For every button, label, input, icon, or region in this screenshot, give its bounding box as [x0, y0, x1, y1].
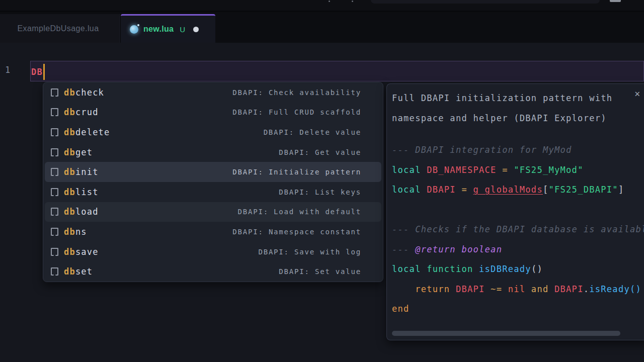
docs-code-line: local function isDBReady() — [392, 259, 644, 280]
docs-code-line — [392, 128, 644, 140]
docs-code-line: local DB_NAMESPACE = "FS25_MyMod" — [392, 160, 644, 180]
suggest-item-label: dbload — [64, 207, 99, 217]
suggest-item-dbns[interactable]: dbnsDBAPI: Namespace constant — [45, 222, 381, 242]
suggest-item-label: dbcrud — [64, 107, 99, 117]
suggest-item-description: DBAPI: Full CRUD scaffold — [232, 108, 361, 116]
suggest-item-label: dbinit — [64, 167, 99, 177]
suggest-item-dbget[interactable]: dbgetDBAPI: Get value — [45, 142, 381, 162]
docs-code-line: end — [392, 299, 644, 319]
snippet-icon — [51, 267, 58, 276]
lua-moon-icon — [130, 25, 138, 34]
suggest-item-label: dbdelete — [64, 127, 110, 137]
suggest-list: dbcheckDBAPI: Check availabilitydbcrudDB… — [43, 82, 383, 282]
docs-code-line: local DBAPI = g_globalMods["FS25_DBAPI"] — [392, 180, 644, 200]
suggest-item-description: DBAPI: Namespace constant — [232, 228, 361, 236]
suggest-item-label: dbcheck — [64, 87, 104, 98]
suggest-item-dbcrud[interactable]: dbcrudDBAPI: Full CRUD scaffold — [45, 103, 381, 123]
suggest-item-description: DBAPI: Delete value — [264, 128, 361, 136]
close-icon[interactable]: × — [634, 89, 640, 99]
tab-exampledbusage-lua[interactable]: ExampleDbUsage.lua — [0, 14, 120, 43]
suggest-item-dbload[interactable]: dbloadDBAPI: Load with default — [45, 202, 381, 222]
suggest-item-dbsave[interactable]: dbsaveDBAPI: Save with log — [45, 242, 381, 262]
docs-code-line: --- Checks if the DBAPI database is avai… — [392, 220, 644, 240]
suggest-item-description: DBAPI: Save with log — [258, 248, 361, 256]
snippet-icon — [51, 168, 58, 176]
docs-summary: Full DBAPI initialization pattern with n… — [392, 88, 644, 128]
suggest-item-description: DBAPI: Load with default — [238, 208, 362, 216]
suggest-widget: dbcheckDBAPI: Check availabilitydbcrudDB… — [43, 82, 383, 282]
suggest-item-label: dblist — [64, 187, 99, 197]
suggest-item-dbinit[interactable]: dbinitDBAPI: Initialize pattern — [45, 162, 381, 182]
snippet-icon — [51, 108, 58, 116]
current-line-highlight — [30, 61, 644, 81]
snippet-icon — [51, 88, 58, 97]
titlebar-glyph-dot — [329, 1, 330, 2]
suggest-item-label: dbsave — [64, 247, 99, 257]
suggest-item-dblist[interactable]: dblistDBAPI: List keys — [45, 182, 381, 202]
git-untracked-badge: U — [180, 25, 185, 34]
docs-code-line — [392, 200, 644, 220]
snippet-icon — [51, 188, 58, 196]
docs-code-line: return DBAPI ~= nil and DBAPI.isReady() — [392, 280, 644, 300]
suggest-item-description: DBAPI: Check availability — [232, 88, 361, 97]
snippet-icon — [51, 128, 58, 136]
command-center-box[interactable] — [371, 0, 600, 4]
docs-summary-line: Full DBAPI initialization pattern with — [392, 88, 644, 108]
lua-moon-satellite-icon — [137, 24, 139, 26]
line-number: 1 — [5, 65, 10, 75]
tab-bar: ExampleDbUsage.lua new.lua U — [0, 12, 644, 43]
suggest-item-label: dbns — [64, 227, 87, 237]
docs-code-line: --- DBAPI integration for MyMod — [392, 140, 644, 160]
code-line-1: DB — [31, 63, 45, 80]
tab-new-lua[interactable]: new.lua U — [121, 14, 215, 43]
suggest-docs-panel: Full DBAPI initialization pattern with n… — [386, 83, 644, 340]
suggest-item-dbset[interactable]: dbsetDBAPI: Set value — [45, 261, 381, 282]
suggest-item-dbdelete[interactable]: dbdeleteDBAPI: Delete value — [45, 122, 381, 142]
typed-text: DB — [31, 67, 43, 77]
window-control-icon[interactable] — [610, 0, 621, 2]
suggest-item-description: DBAPI: Set value — [279, 267, 361, 276]
snippet-icon — [51, 228, 58, 236]
suggest-item-description: DBAPI: List keys — [279, 188, 361, 196]
unsaved-changes-dot[interactable] — [193, 27, 199, 32]
snippet-icon — [51, 248, 58, 256]
docs-code: --- DBAPI integration for MyModlocal DB_… — [392, 128, 644, 319]
docs-code-line: --- @return boolean — [392, 240, 644, 260]
suggest-item-label: dbget — [64, 147, 93, 157]
tab-label: ExampleDbUsage.lua — [18, 24, 99, 33]
snippet-icon — [51, 208, 58, 216]
tab-label: new.lua — [143, 25, 174, 34]
suggest-item-dbcheck[interactable]: dbcheckDBAPI: Check availability — [45, 82, 381, 103]
titlebar-glyph-dot — [352, 1, 353, 2]
suggest-item-description: DBAPI: Get value — [279, 148, 361, 156]
suggest-item-label: dbset — [64, 266, 93, 277]
docs-horizontal-scrollbar[interactable] — [392, 331, 620, 336]
snippet-icon — [51, 148, 58, 156]
text-cursor — [43, 64, 45, 80]
docs-summary-line: namespace and helper (DBAPI Explorer) — [392, 108, 644, 128]
titlebar — [0, 0, 644, 12]
suggest-item-description: DBAPI: Initialize pattern — [232, 168, 361, 176]
